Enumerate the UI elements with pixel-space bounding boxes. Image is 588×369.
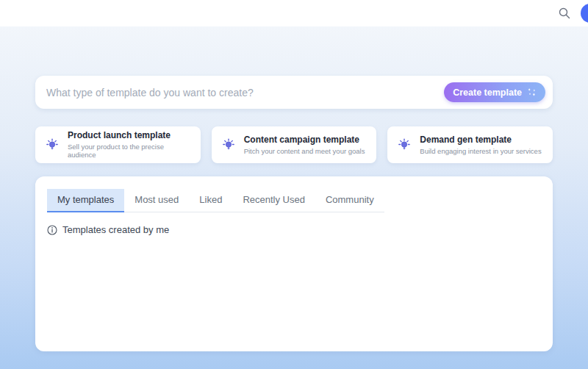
info-icon [47, 225, 57, 235]
card-subtitle: Pitch your content and meet your goals [244, 147, 365, 155]
lightbulb-icon [44, 137, 60, 153]
card-texts: Demand gen template Build engaging inter… [420, 135, 541, 155]
suggestion-cards-row: Product launch template Sell your produc… [35, 126, 553, 163]
templates-tabs: My templates Most used Liked Recently Us… [47, 189, 384, 212]
card-texts: Product launch template Sell your produc… [68, 130, 192, 159]
templates-panel: My templates Most used Liked Recently Us… [35, 176, 553, 351]
card-subtitle: Build engaging interest in your services [420, 147, 541, 155]
create-template-label: Create template [453, 87, 522, 98]
card-demand-gen[interactable]: Demand gen template Build engaging inter… [387, 126, 553, 163]
create-template-button[interactable]: Create template [444, 82, 545, 102]
tab-liked[interactable]: Liked [189, 189, 232, 212]
tab-recently-used[interactable]: Recently Used [232, 189, 315, 212]
avatar[interactable] [581, 4, 588, 23]
empty-state-message: Templates created by me [62, 224, 169, 235]
tab-my-templates[interactable]: My templates [47, 189, 124, 212]
template-prompt-bar: Create template [35, 76, 553, 109]
card-product-launch[interactable]: Product launch template Sell your produc… [35, 126, 201, 163]
lightbulb-icon [396, 137, 412, 153]
tab-community[interactable]: Community [315, 189, 384, 212]
template-prompt-input[interactable] [46, 87, 444, 98]
topbar-actions [557, 0, 588, 26]
card-content-campaign[interactable]: Content campaign template Pitch your con… [212, 126, 377, 163]
sparkles-icon [527, 87, 537, 97]
tab-most-used[interactable]: Most used [124, 189, 189, 212]
card-subtitle: Sell your product to the precise audienc… [68, 143, 192, 160]
card-title: Demand gen template [420, 135, 541, 145]
card-texts: Content campaign template Pitch your con… [244, 135, 365, 155]
top-bar [0, 0, 588, 26]
workspace-background: Create template [0, 26, 588, 369]
lightbulb-icon [220, 137, 237, 153]
card-title: Product launch template [68, 130, 192, 140]
empty-state-row: Templates created by me [47, 224, 541, 235]
search-icon[interactable] [557, 6, 572, 21]
card-title: Content campaign template [244, 135, 365, 145]
